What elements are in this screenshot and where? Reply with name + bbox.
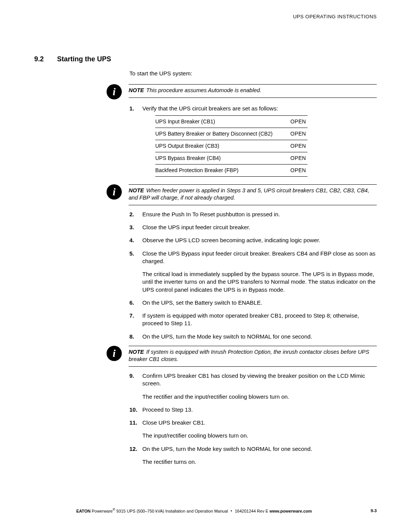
registered-mark: ® [113,508,115,511]
step-text: Close the UPS Bypass input feeder circui… [142,250,376,264]
breaker-state: OPEN [288,128,307,140]
table-row: UPS Output Breaker (CB3)OPEN [155,140,307,152]
section-number: 9.2 [34,54,57,64]
breaker-name: UPS Output Breaker (CB3) [155,140,288,152]
step-8: On the UPS, turn the Mode key switch to … [129,333,377,340]
table-row: Backfeed Protection Breaker (FBP)OPEN [155,164,307,176]
step-paragraph: The critical load is immediately supplie… [142,270,377,294]
breaker-state: OPEN [288,164,307,176]
breaker-name: UPS Battery Breaker or Battery Disconnec… [155,128,288,140]
step-5: Close the UPS Bypass input feeder circui… [129,250,377,294]
info-icon: i [107,184,122,200]
info-icon: i [107,84,122,99]
breaker-name: Backfeed Protection Breaker (FBP) [155,164,288,176]
step-4: Observe the UPS LCD screen becoming acti… [129,236,377,244]
footer-doc: 9315 UPS (500–750 kVA) Installation and … [116,508,228,513]
step-1: Verify that the UPS circuit breakers are… [129,105,377,177]
step-3: Close the UPS input feeder circuit break… [129,224,377,231]
step-text: Confirm UPS breaker CB1 has closed by vi… [142,372,365,387]
breaker-name: UPS Bypass Breaker (CB4) [155,152,288,165]
table-row: UPS Bypass Breaker (CB4)OPEN [155,152,307,165]
table-row: UPS Battery Breaker or Battery Disconnec… [155,128,307,140]
note-label: NOTE [129,187,144,193]
section-title: Starting the UPS [57,54,111,64]
bullet-sep: • [231,508,232,513]
footer-url: www.powerware.com [269,508,312,513]
intro-text: To start the UPS system: [129,70,377,77]
info-icon: i [107,346,122,361]
breaker-state: OPEN [288,116,307,128]
breaker-name: UPS Input Breaker (CB1) [155,116,288,128]
footer-docnum: 164201244 Rev E [235,508,268,513]
breaker-state: OPEN [288,140,307,152]
step-text: Verify that the UPS circuit breakers are… [142,105,278,112]
step-text: Close UPS breaker CB1. [142,419,206,426]
step-text: On the UPS, turn the Mode key switch to … [142,446,312,452]
page-footer: EATON Powerware® 9315 UPS (500–750 kVA) … [0,507,411,514]
step-text: On the UPS, set the Battery switch to EN… [142,299,262,306]
step-paragraph: The rectifier and the input/rectifier co… [142,393,377,401]
step-7: If system is equipped with motor operate… [129,312,377,328]
step-paragraph: The input/rectifier cooling blowers turn… [142,432,377,439]
footer-product: Powerware [92,508,113,513]
step-text: Ensure the Push In To Reset pushbutton i… [142,211,280,217]
note-label: NOTE [129,349,144,355]
footer-text: EATON Powerware® 9315 UPS (500–750 kVA) … [34,507,354,514]
step-6: On the UPS, set the Battery switch to EN… [129,299,377,307]
note-body: When feeder power is applied in Steps 3 … [129,187,369,201]
footer-brand: EATON [76,508,91,513]
step-10: Proceed to Step 13. [129,406,377,414]
note-body: If system is equipped with Inrush Protec… [129,349,369,363]
note-2: NOTEWhen feeder power is applied in Step… [129,184,377,205]
step-text: Observe the UPS LCD screen becoming acti… [142,237,320,243]
step-text: Proceed to Step 13. [142,406,193,413]
step-12: On the UPS, turn the Mode key switch to … [129,445,377,466]
breaker-table: UPS Input Breaker (CB1)OPEN UPS Battery … [155,115,307,176]
note-label: NOTE [129,87,144,93]
step-11: Close UPS breaker CB1. The input/rectifi… [129,419,377,440]
page-number: 9-3 [354,508,377,514]
note-1: NOTEThis procedure assumes Automode is e… [129,84,377,98]
step-paragraph: The rectifier turns on. [142,458,377,466]
step-text: On the UPS, turn the Mode key switch to … [142,333,312,340]
step-2: Ensure the Push In To Reset pushbutton i… [129,211,377,218]
table-row: UPS Input Breaker (CB1)OPEN [155,116,307,128]
step-text: If system is equipped with motor operate… [142,312,359,326]
note-3: NOTEIf system is equipped with Inrush Pr… [129,346,377,367]
breaker-state: OPEN [288,152,307,165]
note-body: This procedure assumes Automode is enabl… [146,87,261,93]
step-9: Confirm UPS breaker CB1 has closed by vi… [129,372,377,401]
running-head: UPS OPERATING INSTRUCTIONS [34,13,377,20]
step-text: Close the UPS input feeder circuit break… [142,224,250,230]
